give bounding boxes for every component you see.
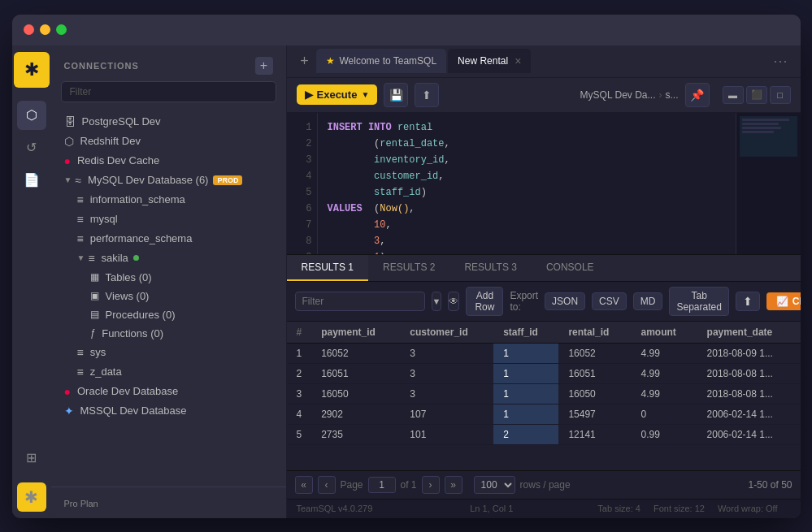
expand-arrow: ▼ xyxy=(64,175,72,184)
share-icon: ⬆ xyxy=(422,89,432,102)
db-sys[interactable]: ≡ sys xyxy=(51,343,286,362)
layout-full-button[interactable]: □ xyxy=(770,86,791,104)
connection-mysql-dev[interactable]: ▼ ≈ MySQL Dev Database (6) PROD xyxy=(51,171,286,190)
connection-postgresql-dev[interactable]: 🗄 PostgreSQL Dev xyxy=(51,112,286,132)
cell-num: 3 xyxy=(287,383,312,404)
filter-dropdown-button[interactable]: ▼ xyxy=(432,292,442,311)
add-connection-button[interactable]: + xyxy=(255,57,273,75)
db-performance-schema[interactable]: ≡ performance_schema xyxy=(51,229,286,249)
export-md-button[interactable]: MD xyxy=(633,292,663,310)
db-information-schema[interactable]: ≡ information_schema xyxy=(51,190,286,210)
cell-staff-id: 1 xyxy=(493,363,558,383)
results-table-container: # payment_id customer_id staff_id rental… xyxy=(287,322,801,470)
title-bar xyxy=(12,15,801,45)
connection-oracle-dev[interactable]: ● Oracle Dev Database xyxy=(51,382,286,401)
col-header-num: # xyxy=(287,322,312,344)
col-header-staff-id[interactable]: staff_id xyxy=(493,322,558,344)
pin-button[interactable]: 📌 xyxy=(685,83,710,107)
db-sakila[interactable]: ▼ ≡ sakila xyxy=(51,249,286,268)
views-label: Views (0) xyxy=(106,290,150,302)
connection-redshift-dev[interactable]: ⬡ Redshift Dev xyxy=(51,132,286,151)
layout-single-button[interactable]: ▬ xyxy=(723,86,744,104)
table-row[interactable]: 4 2902 107 1 15497 0 2006-02-14 1... xyxy=(287,404,801,424)
expand-arrow: ▼ xyxy=(77,253,85,262)
share-button[interactable]: ⬆ xyxy=(415,83,439,107)
star-logo-bottom[interactable]: ✱ xyxy=(17,482,46,512)
charts-button[interactable]: 📈 Charts xyxy=(766,292,801,310)
tab-close-button[interactable]: × xyxy=(515,54,521,67)
save-button[interactable]: 💾 xyxy=(384,83,408,107)
sidebar-item-history[interactable]: ↺ xyxy=(17,133,46,162)
cell-num: 2 xyxy=(287,363,312,383)
star-bottom-logo[interactable]: ✱ xyxy=(17,482,46,512)
cell-payment-date: 2006-02-14 1... xyxy=(697,404,801,424)
mini-map xyxy=(736,113,801,254)
export-csv-button[interactable]: CSV xyxy=(592,292,627,310)
app-logo[interactable]: ✱ xyxy=(14,52,50,88)
execute-button[interactable]: ▶ Execute ▼ xyxy=(297,84,378,105)
execute-label: Execute xyxy=(317,89,358,101)
tables-item[interactable]: ▦ Tables (0) xyxy=(51,268,286,287)
tab-console[interactable]: CONSOLE xyxy=(532,255,609,281)
export-tab-button[interactable]: Tab Separated xyxy=(669,287,728,316)
cell-amount: 4.99 xyxy=(632,343,697,363)
connection-redis-dev[interactable]: ● Redis Dev Cache xyxy=(51,151,286,171)
code-content[interactable]: INSERT INTO rental (rental_date, invento… xyxy=(318,113,736,254)
col-header-payment-id[interactable]: payment_id xyxy=(311,322,400,344)
new-tab-button[interactable]: + xyxy=(293,50,316,72)
table-row[interactable]: 3 16050 3 1 16050 4.99 2018-08-08 1... xyxy=(287,383,801,404)
functions-item[interactable]: ƒ Functions (0) xyxy=(51,324,286,343)
right-panel: + ★ Welcome to TeamSQL New Rental × ⋯ ▶ … xyxy=(287,45,801,518)
add-row-button[interactable]: Add Row xyxy=(466,287,503,316)
toggle-columns-button[interactable]: 👁 xyxy=(448,292,459,311)
table-row[interactable]: 2 16051 3 1 16051 4.99 2018-08-08 1... xyxy=(287,363,801,383)
results-share-button[interactable]: ⬆ xyxy=(736,292,760,311)
connection-label: Redis Dev Cache xyxy=(77,154,159,167)
page-input[interactable] xyxy=(368,477,396,493)
sidebar-item-plugin[interactable]: ⊞ xyxy=(17,443,46,473)
filter-input[interactable] xyxy=(61,81,276,102)
connection-mssql-dev[interactable]: ✦ MSSQL Dev Database xyxy=(51,401,286,421)
maximize-button[interactable] xyxy=(56,24,67,35)
tab-results-3[interactable]: RESULTS 3 xyxy=(449,255,531,281)
col-header-payment-date[interactable]: payment_date xyxy=(697,322,801,344)
db-mysql[interactable]: ≡ mysql xyxy=(51,210,286,229)
table-row[interactable]: 1 16052 3 1 16052 4.99 2018-08-09 1... xyxy=(287,343,801,363)
col-header-rental-id[interactable]: rental_id xyxy=(558,322,631,344)
cell-customer-id: 101 xyxy=(400,424,493,444)
cell-customer-id: 3 xyxy=(400,383,493,404)
traffic-lights xyxy=(24,24,67,35)
procedures-item[interactable]: ▤ Procedures (0) xyxy=(51,305,286,324)
sql-editor: 1 2 3 4 5 6 7 8 9 10 11 12 INSERT INTO r… xyxy=(287,113,801,255)
version-label: TeamSQL v4.0.279 xyxy=(297,504,373,513)
db-z-data[interactable]: ≡ z_data xyxy=(51,362,286,382)
minimize-button[interactable] xyxy=(40,24,50,35)
icon-bar: ✱ ⬡ ↺ 📄 ⊞ ✱ xyxy=(12,45,51,518)
tab-results-2[interactable]: RESULTS 2 xyxy=(368,255,449,281)
tab-new-rental[interactable]: New Rental × xyxy=(448,49,531,73)
db-icon: ≈ xyxy=(75,174,81,187)
export-json-button[interactable]: JSON xyxy=(545,292,585,310)
first-page-button[interactable]: « xyxy=(295,476,313,494)
line-num: 7 xyxy=(292,217,312,233)
tab-label: New Rental xyxy=(458,55,508,67)
rows-per-page-select[interactable]: 100 50 200 xyxy=(474,476,515,494)
prev-page-button[interactable]: ‹ xyxy=(318,476,336,494)
tab-results-1[interactable]: RESULTS 1 xyxy=(287,255,368,281)
close-button[interactable] xyxy=(24,24,34,35)
results-filter-input[interactable] xyxy=(295,292,425,311)
cell-payment-id: 2735 xyxy=(311,424,400,444)
sidebar-item-connections[interactable]: ⬡ xyxy=(17,101,46,130)
tab-welcome[interactable]: ★ Welcome to TeamSQL xyxy=(316,49,447,73)
word-wrap-label: Word wrap: Off xyxy=(718,504,778,513)
sidebar-item-docs[interactable]: 📄 xyxy=(17,166,46,195)
table-row[interactable]: 5 2735 101 2 12141 0.99 2006-02-14 1... xyxy=(287,424,801,444)
views-item[interactable]: ▣ Views (0) xyxy=(51,287,286,305)
col-header-customer-id[interactable]: customer_id xyxy=(400,322,493,344)
next-page-button[interactable]: › xyxy=(422,476,440,494)
tabs-more-button[interactable]: ⋯ xyxy=(766,52,794,70)
last-page-button[interactable]: » xyxy=(445,476,462,494)
layout-split-button[interactable]: ⬛ xyxy=(746,86,767,104)
db-icon: ⬡ xyxy=(64,135,74,148)
col-header-amount[interactable]: amount xyxy=(632,322,697,344)
